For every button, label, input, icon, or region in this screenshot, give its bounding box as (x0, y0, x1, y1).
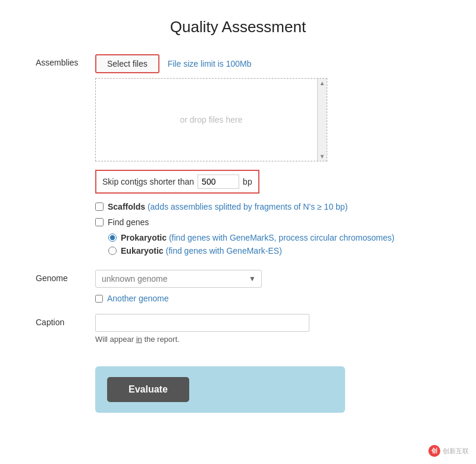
prokaryotic-label[interactable]: Prokaryotic (find genes with GeneMarkS, … (121, 233, 394, 242)
evaluate-section: Evaluate (36, 354, 440, 413)
scaffolds-checkbox[interactable] (95, 203, 104, 211)
find-genes-checkbox[interactable] (95, 218, 104, 226)
prokaryotic-radio[interactable] (108, 233, 117, 242)
eukaryotic-radio[interactable] (108, 247, 117, 255)
skip-contigs-label: Skip contigs shorter than (102, 177, 194, 186)
evaluate-content: Evaluate (95, 354, 440, 413)
evaluate-panel: Evaluate (95, 366, 345, 413)
eukaryotic-desc-label: (find genes with GeneMark-ES) (165, 246, 281, 256)
assemblies-label: Assemblies (36, 54, 95, 67)
scroll-down-icon[interactable]: ▼ (320, 153, 325, 160)
assemblies-content: Select files File size limit is 100Mb or… (95, 54, 440, 259)
skip-contigs-input[interactable] (198, 175, 239, 189)
genome-content: unknown genome E. coli Human Mouse ▼ Ano… (95, 270, 440, 303)
eukaryotic-label[interactable]: Eukaryotic (find genes with GeneMark-ES) (121, 246, 282, 256)
file-size-limit-label: File size limit is 100Mb (168, 59, 252, 68)
watermark-icon: 创 (428, 445, 440, 457)
find-genes-label[interactable]: Find genes (108, 217, 149, 227)
genome-label: Genome (36, 270, 95, 283)
eukaryotic-key-label: Eukaryotic (121, 246, 164, 256)
caption-label: Caption (36, 314, 95, 327)
scroll-up-icon[interactable]: ▲ (320, 80, 325, 86)
drop-zone-scrollbar[interactable]: ▲ ▼ (317, 79, 327, 161)
skip-contigs-row: Skip contigs shorter than bp (95, 170, 259, 194)
file-drop-zone[interactable]: or drop files here ▲ ▼ (95, 78, 327, 161)
gene-type-radio-group: Prokaryotic (find genes with GeneMarkS, … (108, 233, 440, 256)
page-title: Quality Assessment (36, 18, 440, 36)
evaluate-button[interactable]: Evaluate (107, 377, 189, 402)
watermark-text: 创新互联 (443, 447, 469, 456)
another-genome-label[interactable]: Another genome (107, 294, 169, 303)
caption-section: Caption Will appear in the report. (36, 314, 440, 344)
eukaryotic-row: Eukaryotic (find genes with GeneMark-ES) (108, 246, 440, 256)
watermark: 创 创新互联 (428, 445, 469, 457)
caption-input[interactable] (95, 314, 309, 332)
assemblies-top-row: Select files File size limit is 100Mb (95, 54, 440, 73)
caption-hint-pre: Will appear (95, 335, 136, 344)
genome-select-wrapper: unknown genome E. coli Human Mouse ▼ (95, 270, 262, 288)
evaluate-label-spacer (36, 354, 95, 358)
scaffolds-label[interactable]: Scaffolds (adds assemblies splitted by f… (108, 202, 347, 211)
caption-content: Will appear in the report. (95, 314, 440, 344)
scaffolds-row: Scaffolds (adds assemblies splitted by f… (95, 202, 440, 211)
prokaryotic-desc-label: (find genes with GeneMarkS, process circ… (169, 233, 394, 242)
genome-select[interactable]: unknown genome E. coli Human Mouse (95, 270, 262, 288)
prokaryotic-row: Prokaryotic (find genes with GeneMarkS, … (108, 233, 440, 242)
prokaryotic-key-label: Prokaryotic (121, 233, 167, 242)
assemblies-section: Assemblies Select files File size limit … (36, 54, 440, 259)
genome-section: Genome unknown genome E. coli Human Mous… (36, 270, 440, 303)
scaffolds-key-label: Scaffolds (108, 202, 145, 211)
caption-hint-post: the report. (142, 335, 180, 344)
drop-zone-text: or drop files here (180, 115, 242, 124)
find-genes-row: Find genes (95, 217, 440, 227)
select-files-button[interactable]: Select files (95, 54, 159, 73)
caption-hint-underline: in (136, 335, 142, 344)
scaffolds-desc-label: (adds assemblies splitted by fragments o… (148, 202, 347, 211)
another-genome-checkbox[interactable] (95, 295, 103, 303)
skip-bp-label: bp (243, 177, 252, 186)
another-genome-row: Another genome (95, 294, 440, 303)
caption-hint: Will appear in the report. (95, 335, 440, 344)
